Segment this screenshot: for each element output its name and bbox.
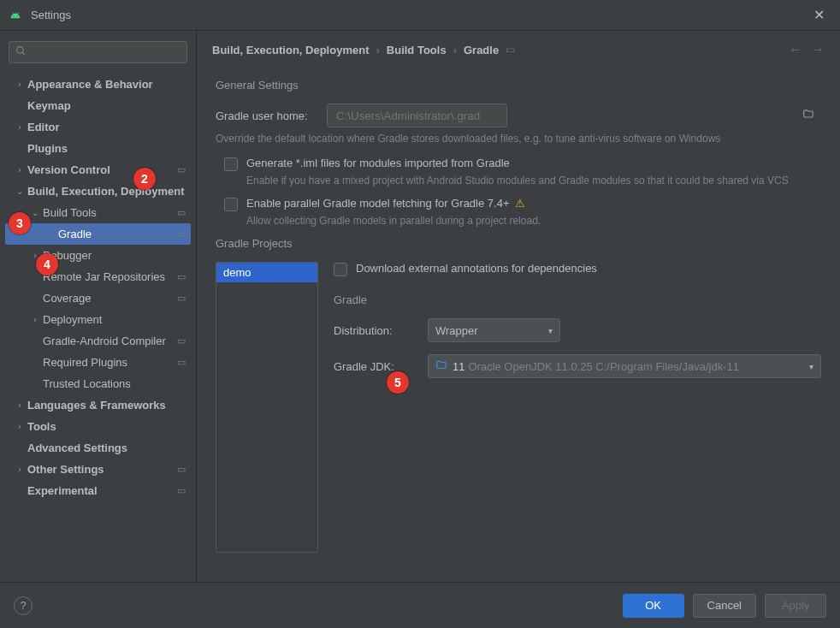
sidebar-item-other-settings[interactable]: ›Other Settings▭	[5, 459, 191, 480]
sidebar-item-label: Coverage	[43, 292, 174, 305]
chevron-right-icon[interactable]: ›	[14, 80, 26, 89]
gradle-project-item[interactable]: demo	[216, 263, 317, 282]
sidebar-item-coverage[interactable]: Coverage▭	[5, 287, 191, 309]
window-title: Settings	[31, 9, 807, 21]
sidebar-item-label: Build, Execution, Deployment	[27, 185, 186, 198]
sidebar-item-label: Gradle	[58, 228, 174, 240]
sidebar: ›Appearance & BehaviorKeymap›EditorPlugi…	[0, 31, 197, 582]
apply-button[interactable]: Apply	[765, 594, 826, 618]
jdk-icon	[435, 359, 447, 374]
sidebar-item-appearance-behavior[interactable]: ›Appearance & Behavior	[5, 74, 191, 95]
settings-tree: ›Appearance & BehaviorKeymap›EditorPlugi…	[5, 74, 191, 573]
sidebar-item-label: Experimental	[27, 484, 174, 497]
distribution-dropdown[interactable]: Wrapper ▾	[428, 318, 560, 342]
chevron-right-icon[interactable]: ›	[14, 165, 26, 175]
callout-2: 2	[133, 168, 156, 190]
chevron-down-icon[interactable]: ⌄	[29, 208, 41, 217]
chevron-down-icon[interactable]: ⌄	[14, 187, 26, 196]
sidebar-item-label: Tools	[27, 420, 186, 433]
sidebar-item-label: Advanced Settings	[27, 441, 186, 454]
chevron-right-icon[interactable]: ›	[14, 422, 26, 431]
sidebar-item-languages-frameworks[interactable]: ›Languages & Frameworks	[5, 394, 191, 416]
callout-4: 4	[36, 253, 58, 275]
chevron-down-icon: ▾	[548, 326, 553, 335]
section-heading-projects: Gradle Projects	[216, 237, 821, 250]
parallel-fetch-hint: Allow collecting Gradle models in parall…	[246, 215, 821, 227]
breadcrumb-item[interactable]: Build Tools	[387, 44, 447, 56]
sidebar-item-build-execution-deployment[interactable]: ⌄Build, Execution, Deployment	[5, 181, 191, 202]
project-scope-icon: ▭	[177, 164, 186, 175]
project-scope-icon: ▭	[506, 44, 515, 56]
cancel-button[interactable]: Cancel	[693, 594, 756, 618]
sidebar-item-editor[interactable]: ›Editor	[5, 116, 191, 138]
sidebar-item-label: Other Settings	[27, 463, 174, 476]
sidebar-item-required-plugins[interactable]: Required Plugins▭	[5, 352, 191, 373]
ok-button[interactable]: OK	[623, 594, 684, 618]
sidebar-item-label: Debugger	[43, 249, 186, 262]
warning-icon: ⚠	[515, 197, 525, 210]
sidebar-item-build-tools[interactable]: ⌄Build Tools▭	[5, 202, 191, 223]
generate-iml-checkbox[interactable]	[224, 157, 238, 171]
svg-point-0	[17, 47, 24, 54]
distribution-value: Wrapper	[435, 324, 541, 337]
sidebar-item-label: Appearance & Behavior	[27, 78, 186, 91]
close-icon[interactable]: ✕	[807, 3, 831, 27]
sidebar-item-gradle[interactable]: Gradle▭	[5, 223, 191, 245]
folder-browse-icon[interactable]	[802, 109, 814, 123]
project-scope-icon: ▭	[177, 335, 186, 347]
titlebar: Settings ✕	[0, 0, 840, 31]
project-scope-icon: ▭	[177, 228, 186, 240]
chevron-down-icon: ▾	[809, 362, 813, 371]
section-heading-general: General Settings	[216, 79, 821, 92]
sidebar-item-label: Keymap	[27, 99, 186, 112]
generate-iml-label: Generate *.iml files for modules importe…	[246, 157, 510, 169]
sidebar-item-gradle-android-compiler[interactable]: Gradle-Android Compiler▭	[5, 330, 191, 352]
chevron-right-icon[interactable]: ›	[14, 400, 26, 410]
sidebar-item-label: Plugins	[27, 142, 186, 155]
project-scope-icon: ▭	[177, 271, 186, 282]
sidebar-item-label: Deployment	[43, 313, 186, 326]
project-scope-icon: ▭	[177, 357, 186, 368]
sidebar-item-trusted-locations[interactable]: Trusted Locations	[5, 373, 191, 394]
search-icon	[15, 45, 27, 59]
sidebar-item-label: Languages & Frameworks	[27, 399, 186, 412]
search-input[interactable]	[9, 41, 187, 63]
gradle-jdk-label: Gradle JDK:	[334, 360, 428, 373]
gradle-projects-list[interactable]: demo	[216, 262, 318, 553]
sidebar-item-version-control[interactable]: ›Version Control▭	[5, 159, 191, 181]
download-annotations-label: Download external annotations for depend…	[356, 262, 597, 275]
gradle-jdk-dropdown[interactable]: 11Oracle OpenJDK 11.0.25 C:/Program File…	[428, 354, 821, 378]
chevron-right-icon[interactable]: ›	[14, 122, 26, 132]
sidebar-item-label: Editor	[27, 121, 186, 133]
breadcrumb-item[interactable]: Build, Execution, Deployment	[212, 44, 369, 56]
generate-iml-hint: Enable if you have a mixed project with …	[246, 175, 821, 187]
distribution-label: Distribution:	[334, 324, 428, 337]
chevron-right-icon[interactable]: ›	[29, 315, 41, 324]
download-annotations-checkbox[interactable]	[334, 263, 347, 276]
sidebar-item-experimental[interactable]: Experimental▭	[5, 480, 191, 501]
sidebar-item-remote-jar-repositories[interactable]: Remote Jar Repositories▭	[5, 266, 191, 287]
parallel-fetch-checkbox[interactable]	[224, 198, 238, 211]
sidebar-item-label: Trusted Locations	[43, 377, 186, 390]
project-scope-icon: ▭	[177, 207, 186, 218]
gradle-subheading: Gradle	[334, 293, 821, 306]
chevron-right-icon: ›	[376, 44, 379, 56]
project-scope-icon: ▭	[177, 485, 186, 496]
breadcrumb-item[interactable]: Gradle	[464, 44, 499, 56]
callout-5: 5	[387, 371, 409, 394]
sidebar-item-label: Build Tools	[43, 206, 174, 219]
sidebar-item-advanced-settings[interactable]: Advanced Settings	[5, 437, 191, 459]
help-icon[interactable]: ?	[14, 596, 33, 615]
sidebar-item-keymap[interactable]: Keymap	[5, 95, 191, 116]
sidebar-item-plugins[interactable]: Plugins	[5, 138, 191, 159]
chevron-right-icon: ›	[453, 44, 457, 56]
forward-icon[interactable]: →	[811, 42, 825, 57]
gradle-user-home-input[interactable]	[327, 104, 507, 127]
parallel-fetch-label: Enable parallel Gradle model fetching fo…	[246, 197, 525, 210]
chevron-right-icon[interactable]: ›	[14, 465, 26, 474]
sidebar-item-deployment[interactable]: ›Deployment	[5, 309, 191, 330]
back-icon[interactable]: ←	[789, 42, 802, 57]
sidebar-item-debugger[interactable]: ›Debugger	[5, 245, 191, 266]
sidebar-item-tools[interactable]: ›Tools	[5, 416, 191, 437]
callout-3: 3	[9, 212, 31, 234]
